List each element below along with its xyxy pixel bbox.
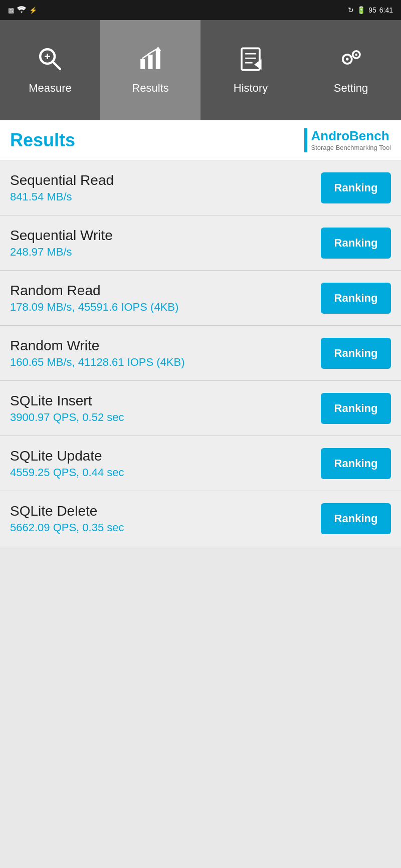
ranking-button[interactable]: Ranking: [321, 228, 391, 259]
ranking-button[interactable]: Ranking: [321, 393, 391, 424]
result-value: 160.65 MB/s, 41128.61 IOPS (4KB): [10, 356, 321, 369]
result-value: 4559.25 QPS, 0.44 sec: [10, 466, 321, 479]
result-info: Sequential Read841.54 MB/s: [10, 172, 321, 203]
svg-point-16: [355, 54, 358, 56]
result-name: SQLite Insert: [10, 393, 321, 409]
brand-bar: [304, 128, 307, 152]
ranking-button[interactable]: Ranking: [321, 503, 391, 534]
tab-history-label: History: [234, 82, 268, 95]
result-name: Random Write: [10, 338, 321, 354]
measure-icon: [37, 46, 64, 77]
ranking-button[interactable]: Ranking: [321, 448, 391, 479]
result-info: SQLite Delete5662.09 QPS, 0.35 sec: [10, 503, 321, 534]
nav-tabs: Measure Results History: [0, 20, 401, 120]
result-info: Random Read178.09 MB/s, 45591.6 IOPS (4K…: [10, 283, 321, 314]
ranking-button[interactable]: Ranking: [321, 283, 391, 314]
results-icon: [137, 46, 164, 77]
brand-logo: AndroBench Storage Benchmarking Tool: [304, 128, 391, 152]
result-value: 3900.97 QPS, 0.52 sec: [10, 411, 321, 424]
svg-rect-6: [156, 50, 160, 69]
tab-measure-label: Measure: [29, 82, 72, 95]
result-value: 841.54 MB/s: [10, 190, 321, 203]
history-icon: [237, 46, 264, 77]
setting-icon: [337, 46, 364, 77]
result-value: 178.09 MB/s, 45591.6 IOPS (4KB): [10, 301, 321, 314]
status-right-info: ↻ 🔋 95 6:41: [348, 6, 393, 14]
tab-results-label: Results: [132, 82, 168, 95]
result-info: Random Write160.65 MB/s, 41128.61 IOPS (…: [10, 338, 321, 369]
tab-measure[interactable]: Measure: [0, 20, 100, 120]
result-item: Random Write160.65 MB/s, 41128.61 IOPS (…: [0, 326, 401, 381]
result-item: Sequential Write248.97 MB/sRanking: [0, 215, 401, 271]
result-item: Sequential Read841.54 MB/sRanking: [0, 160, 401, 215]
result-info: SQLite Insert3900.97 QPS, 0.52 sec: [10, 393, 321, 424]
result-name: Random Read: [10, 283, 321, 299]
tab-setting-label: Setting: [334, 82, 368, 95]
result-item: SQLite Delete5662.09 QPS, 0.35 secRankin…: [0, 491, 401, 546]
brand-bench: Bench: [349, 128, 389, 143]
result-info: Sequential Write248.97 MB/s: [10, 228, 321, 259]
result-name: SQLite Update: [10, 448, 321, 464]
svg-rect-4: [140, 59, 145, 69]
tab-history[interactable]: History: [200, 20, 301, 120]
svg-marker-12: [254, 59, 261, 70]
result-info: SQLite Update4559.25 QPS, 0.44 sec: [10, 448, 321, 479]
result-name: Sequential Write: [10, 228, 321, 244]
result-name: Sequential Read: [10, 172, 321, 188]
result-value: 248.97 MB/s: [10, 246, 321, 259]
page-header: Results AndroBench Storage Benchmarking …: [0, 120, 401, 160]
battery-alert-icon: ⚡: [29, 7, 37, 14]
result-item: SQLite Insert3900.97 QPS, 0.52 secRankin…: [0, 381, 401, 436]
svg-rect-8: [242, 48, 260, 70]
results-list: Sequential Read841.54 MB/sRankingSequent…: [0, 160, 401, 546]
sim-icon: ▩: [8, 7, 14, 14]
brand-andro: Andro: [311, 128, 350, 143]
sync-icon: ↻: [348, 6, 354, 14]
ranking-button[interactable]: Ranking: [321, 172, 391, 203]
result-name: SQLite Delete: [10, 503, 321, 519]
tab-setting[interactable]: Setting: [301, 20, 401, 120]
svg-line-1: [53, 62, 60, 69]
result-item: Random Read178.09 MB/s, 45591.6 IOPS (4K…: [0, 271, 401, 326]
svg-point-14: [346, 58, 348, 60]
svg-rect-5: [148, 55, 153, 69]
battery-level: 95: [368, 6, 376, 14]
result-value: 5662.09 QPS, 0.35 sec: [10, 521, 321, 534]
brand-subtitle: Storage Benchmarking Tool: [311, 144, 391, 152]
brand-text: AndroBench Storage Benchmarking Tool: [311, 128, 391, 152]
battery-icon: 🔋: [357, 6, 365, 14]
result-item: SQLite Update4559.25 QPS, 0.44 secRankin…: [0, 436, 401, 491]
status-bar: ▩ ⚡ ↻ 🔋 95 6:41: [0, 0, 401, 20]
brand-name: AndroBench: [311, 128, 391, 144]
wifi-icon: [17, 6, 26, 15]
page-title: Results: [10, 130, 75, 151]
tab-results[interactable]: Results: [100, 20, 200, 120]
status-left-icons: ▩ ⚡: [8, 6, 37, 15]
ranking-button[interactable]: Ranking: [321, 338, 391, 369]
time-display: 6:41: [379, 6, 393, 14]
